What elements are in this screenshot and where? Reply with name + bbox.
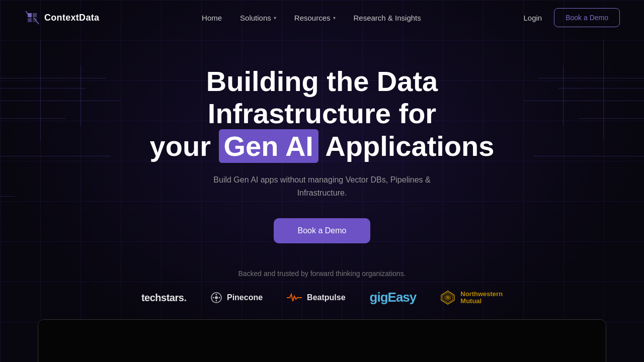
svg-point-2 [215, 294, 217, 295]
nav-resources[interactable]: Resources ▾ [294, 14, 336, 22]
nav-links: Home Solutions ▾ Resources ▾ Research & … [202, 14, 421, 22]
trusted-section: Backed and trusted by forward thinking o… [0, 269, 644, 305]
northwestern-mutual-logo: N Northwestern Mutual [440, 290, 503, 305]
resources-chevron-icon: ▾ [333, 15, 336, 21]
trusted-text: Backed and trusted by forward thinking o… [238, 269, 406, 278]
hero-title: Building the Data Infrastructure for you… [121, 65, 523, 162]
nav-research-insights[interactable]: Research & Insights [354, 14, 421, 22]
techstars-logo: techstars. [141, 291, 187, 304]
nav-home[interactable]: Home [202, 14, 222, 22]
pinecone-logo: Pinecone [211, 292, 263, 303]
brand-name: ContextData [44, 13, 99, 23]
gigeasy-logo: gigEasy [370, 290, 417, 305]
video-inner [38, 320, 606, 362]
book-demo-nav-button[interactable]: Book a Demo [554, 8, 620, 27]
login-button[interactable]: Login [523, 14, 542, 22]
hero-section: Building the Data Infrastructure for you… [0, 35, 644, 243]
book-demo-hero-button[interactable]: Book a Demo [274, 218, 371, 243]
svg-text:N: N [447, 296, 449, 299]
svg-point-5 [218, 297, 220, 298]
hero-subtitle: Build Gen AI apps without managing Vecto… [196, 173, 448, 199]
svg-point-1 [215, 296, 218, 299]
brand-logo[interactable]: ContextData [24, 10, 99, 26]
navbar: ContextData Home Solutions ▾ Resources ▾… [0, 0, 644, 35]
svg-point-4 [212, 297, 214, 298]
nav-solutions[interactable]: Solutions ▾ [240, 14, 276, 22]
video-frame [38, 319, 606, 362]
svg-point-3 [215, 300, 217, 301]
solutions-chevron-icon: ▾ [274, 15, 276, 21]
nav-actions: Login Book a Demo [523, 8, 620, 27]
hero-highlight: Gen AI [219, 129, 318, 163]
beatpulse-logo: Beatpulse [287, 293, 345, 302]
logo-icon [24, 10, 40, 26]
partner-logos-row: techstars. Pinecone Beatpulse gigEasy [141, 290, 503, 305]
